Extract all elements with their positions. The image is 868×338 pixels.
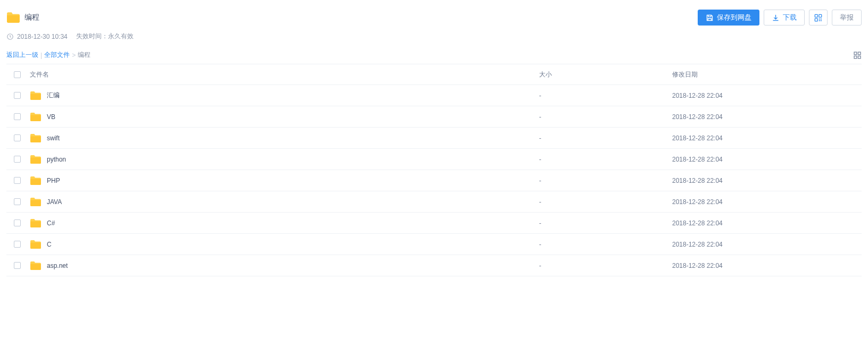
- clock-icon: [6, 33, 14, 40]
- row-checkbox[interactable]: [14, 198, 21, 205]
- svg-rect-6: [821, 20, 822, 21]
- file-date: 2018-12-28 22:04: [670, 92, 862, 99]
- file-size: -: [537, 156, 670, 163]
- svg-rect-0: [815, 14, 817, 17]
- expire-label: 失效时间：永久有效: [76, 32, 134, 41]
- file-size: -: [537, 113, 670, 121]
- row-checkbox[interactable]: [14, 219, 21, 226]
- row-checkbox[interactable]: [14, 241, 21, 248]
- svg-rect-3: [819, 18, 820, 19]
- save-label: 保存到网盘: [717, 13, 751, 22]
- svg-rect-9: [858, 52, 861, 55]
- svg-rect-2: [815, 18, 817, 21]
- table-header: 文件名 大小 修改日期: [6, 64, 862, 85]
- table-row: python - 2018-12-28 22:04: [6, 149, 862, 170]
- file-name-link[interactable]: C#: [47, 219, 55, 227]
- table-row: C - 2018-12-28 22:04: [6, 234, 862, 255]
- folder-icon: [30, 91, 42, 100]
- page-title: 编程: [24, 13, 39, 22]
- file-date: 2018-12-28 22:04: [670, 113, 862, 121]
- file-name-link[interactable]: swift: [47, 134, 60, 142]
- qr-button[interactable]: [809, 10, 828, 26]
- file-table: 文件名 大小 修改日期 汇编 - 2018-12-28 22:04 VB - 2…: [6, 64, 862, 276]
- download-icon: [772, 14, 780, 22]
- svg-rect-1: [819, 14, 822, 17]
- download-button[interactable]: 下载: [764, 10, 805, 26]
- save-to-disk-button[interactable]: 保存到网盘: [698, 10, 759, 26]
- header: 编程 保存到网盘 下载 举报: [6, 5, 862, 29]
- svg-rect-11: [858, 56, 861, 58]
- file-size: -: [537, 241, 670, 248]
- all-files-link[interactable]: 全部文件: [44, 50, 70, 60]
- table-row: VB - 2018-12-28 22:04: [6, 106, 862, 128]
- folder-icon: [6, 12, 20, 23]
- file-name-link[interactable]: python: [47, 156, 66, 163]
- file-name-link[interactable]: PHP: [47, 177, 60, 184]
- table-row: asp.net - 2018-12-28 22:04: [6, 255, 862, 276]
- table-row: JAVA - 2018-12-28 22:04: [6, 191, 862, 213]
- folder-icon: [30, 112, 42, 122]
- svg-rect-5: [819, 20, 820, 21]
- file-date: 2018-12-28 22:04: [670, 219, 862, 227]
- col-date: 修改日期: [670, 70, 862, 79]
- folder-icon: [30, 176, 42, 185]
- file-size: -: [537, 92, 670, 99]
- table-row: 汇编 - 2018-12-28 22:04: [6, 85, 862, 106]
- file-date: 2018-12-28 22:04: [670, 241, 862, 248]
- file-name-link[interactable]: VB: [47, 113, 55, 121]
- svg-rect-8: [854, 52, 857, 55]
- svg-rect-10: [854, 56, 857, 58]
- folder-icon: [30, 197, 42, 207]
- file-size: -: [537, 198, 670, 206]
- row-checkbox[interactable]: [14, 262, 21, 269]
- back-link[interactable]: 返回上一级: [6, 50, 38, 60]
- row-checkbox[interactable]: [14, 156, 21, 163]
- file-date: 2018-12-28 22:04: [670, 156, 862, 163]
- report-button[interactable]: 举报: [832, 10, 862, 26]
- file-date: 2018-12-28 22:04: [670, 134, 862, 142]
- breadcrumb: 返回上一级 | 全部文件 > 编程: [6, 50, 90, 60]
- row-checkbox[interactable]: [14, 113, 21, 120]
- folder-icon: [30, 133, 42, 143]
- download-label: 下载: [783, 13, 797, 22]
- file-size: -: [537, 134, 670, 142]
- report-label: 举报: [840, 13, 854, 22]
- file-name-link[interactable]: 汇编: [47, 91, 60, 100]
- row-checkbox[interactable]: [14, 92, 21, 99]
- breadcrumb-row: 返回上一级 | 全部文件 > 编程: [6, 46, 862, 64]
- folder-icon: [30, 240, 42, 249]
- breadcrumb-current: 编程: [78, 50, 90, 60]
- meta-row: 2018-12-30 10:34 失效时间：永久有效: [6, 29, 862, 46]
- file-date: 2018-12-28 22:04: [670, 198, 862, 206]
- file-size: -: [537, 177, 670, 184]
- col-name: 文件名: [28, 70, 537, 79]
- table-row: swift - 2018-12-28 22:04: [6, 128, 862, 149]
- file-name-link[interactable]: C: [47, 241, 52, 248]
- table-row: C# - 2018-12-28 22:04: [6, 213, 862, 234]
- svg-rect-4: [821, 18, 822, 19]
- grid-view-icon[interactable]: [853, 51, 862, 60]
- row-checkbox[interactable]: [14, 177, 21, 184]
- action-bar: 保存到网盘 下载 举报: [698, 10, 862, 26]
- qr-icon: [814, 14, 822, 22]
- select-all-checkbox[interactable]: [14, 71, 21, 78]
- file-date: 2018-12-28 22:04: [670, 177, 862, 184]
- file-size: -: [537, 219, 670, 227]
- table-row: PHP - 2018-12-28 22:04: [6, 170, 862, 191]
- file-name-link[interactable]: JAVA: [47, 198, 62, 206]
- file-size: -: [537, 262, 670, 269]
- folder-icon: [30, 261, 42, 271]
- file-name-link[interactable]: asp.net: [47, 262, 68, 269]
- folder-icon: [30, 155, 42, 164]
- save-icon: [706, 14, 714, 22]
- folder-icon: [30, 218, 42, 228]
- share-timestamp: 2018-12-30 10:34: [17, 33, 68, 40]
- col-size: 大小: [537, 70, 670, 79]
- file-date: 2018-12-28 22:04: [670, 262, 862, 269]
- row-checkbox[interactable]: [14, 134, 21, 141]
